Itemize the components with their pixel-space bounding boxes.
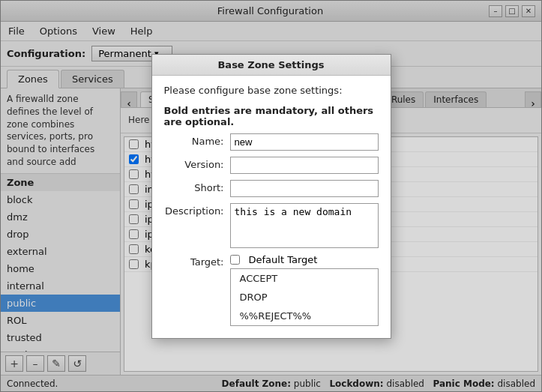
dialog-body: Please configure base zone settings: Bol… bbox=[152, 76, 391, 338]
option-drop[interactable]: DROP bbox=[231, 288, 378, 307]
target-field-container: Default Target ACCEPT DROP %%REJECT%% bbox=[230, 254, 379, 326]
target-label: Target: bbox=[164, 254, 224, 268]
default-target-label: Default Target bbox=[249, 254, 318, 265]
version-input[interactable] bbox=[230, 157, 379, 174]
name-label: Name: bbox=[164, 133, 224, 147]
description-textarea[interactable]: this is a new domain bbox=[230, 203, 379, 248]
option-accept[interactable]: ACCEPT bbox=[231, 269, 378, 288]
dialog-description: Please configure base zone settings: bbox=[164, 85, 379, 96]
name-input[interactable] bbox=[230, 133, 379, 151]
dialog-description-bold: Bold entries are mandatory, all others a… bbox=[164, 105, 379, 127]
default-target-checkbox[interactable] bbox=[230, 255, 240, 265]
short-field-row: Short: bbox=[164, 180, 379, 197]
short-label: Short: bbox=[164, 180, 224, 193]
target-dropdown-list: ACCEPT DROP %%REJECT%% bbox=[230, 268, 379, 326]
option-reject[interactable]: %%REJECT%% bbox=[231, 307, 378, 325]
short-input[interactable] bbox=[230, 180, 379, 197]
target-field-row: Target: Default Target ACCEPT DROP %%REJ… bbox=[164, 254, 379, 326]
version-label: Version: bbox=[164, 157, 224, 170]
dialog-title: Base Zone Settings bbox=[152, 55, 391, 76]
version-field-row: Version: bbox=[164, 157, 379, 174]
target-checkbox-row: Default Target bbox=[230, 254, 379, 265]
description-field-row: Description: this is a new domain bbox=[164, 203, 379, 248]
name-field-row: Name: bbox=[164, 133, 379, 151]
dialog-overlay: Base Zone Settings Please configure base… bbox=[0, 0, 542, 392]
base-zone-settings-dialog: Base Zone Settings Please configure base… bbox=[151, 54, 391, 339]
description-label: Description: bbox=[164, 203, 224, 217]
